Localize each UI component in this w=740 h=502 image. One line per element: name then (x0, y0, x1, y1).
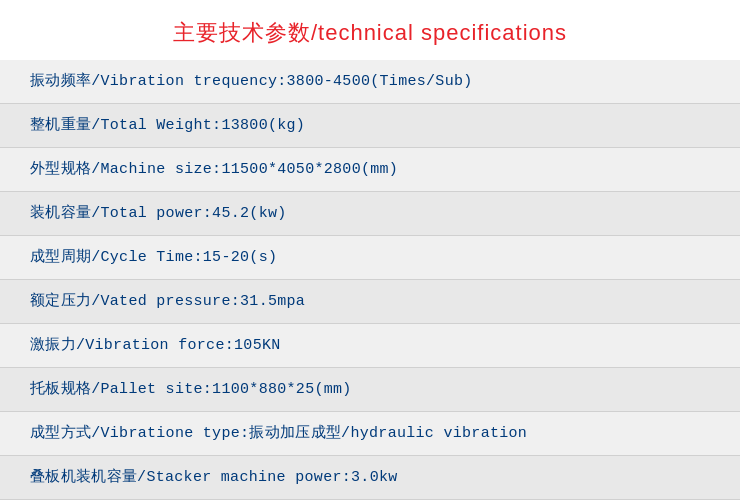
spec-row-machine-size: 外型规格/Machine size:11500*4050*2800(mm) (0, 148, 740, 192)
spec-row-vibration-force: 激振力/Vibration force:105KN (0, 324, 740, 368)
page-container: 主要技术参数/technical specifications 振动频率/Vib… (0, 0, 740, 502)
spec-text-vibration-force: 激振力/Vibration force:105KN (30, 335, 281, 356)
spec-row-pallet-site: 托板规格/Pallet site:1100*880*25(mm) (0, 368, 740, 412)
spec-text-vibration-frequency: 振动频率/Vibration trequency:3800-4500(Times… (30, 71, 473, 92)
spec-text-pallet-site: 托板规格/Pallet site:1100*880*25(mm) (30, 379, 352, 400)
spec-text-stacker-power: 叠板机装机容量/Stacker machine power:3.0kw (30, 467, 398, 488)
spec-text-cycle-time: 成型周期/Cycle Time:15-20(s) (30, 247, 277, 268)
spec-row-total-weight: 整机重量/Total Weight:13800(kg) (0, 104, 740, 148)
spec-text-total-weight: 整机重量/Total Weight:13800(kg) (30, 115, 305, 136)
spec-row-vibration-type: 成型方式/Vibratione type:振动加压成型/hydraulic vi… (0, 412, 740, 456)
spec-text-vibration-type: 成型方式/Vibratione type:振动加压成型/hydraulic vi… (30, 423, 527, 444)
spec-text-machine-size: 外型规格/Machine size:11500*4050*2800(mm) (30, 159, 398, 180)
spec-row-vibration-frequency: 振动频率/Vibration trequency:3800-4500(Times… (0, 60, 740, 104)
spec-text-rated-pressure: 额定压力/Vated pressure:31.5mpa (30, 291, 305, 312)
spec-row-cycle-time: 成型周期/Cycle Time:15-20(s) (0, 236, 740, 280)
spec-row-rated-pressure: 额定压力/Vated pressure:31.5mpa (0, 280, 740, 324)
spec-text-total-power: 装机容量/Total power:45.2(kw) (30, 203, 287, 224)
spec-row-stacker-power: 叠板机装机容量/Stacker machine power:3.0kw (0, 456, 740, 500)
page-title: 主要技术参数/technical specifications (0, 10, 740, 60)
spec-table: 振动频率/Vibration trequency:3800-4500(Times… (0, 60, 740, 500)
spec-row-total-power: 装机容量/Total power:45.2(kw) (0, 192, 740, 236)
